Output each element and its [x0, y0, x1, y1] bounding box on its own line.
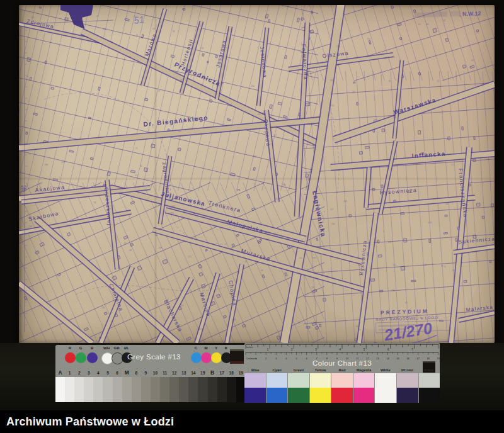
colour-patch-dark [375, 388, 397, 403]
calibration-dot-c [191, 352, 202, 363]
building-mark [123, 235, 128, 239]
building-mark [57, 273, 61, 276]
building-mark [265, 14, 268, 18]
dot-label: Y [215, 346, 217, 350]
building-mark [476, 203, 480, 206]
building-mark [210, 99, 212, 102]
svg-text:44: 44 [94, 201, 96, 204]
step-label: 10 [151, 368, 160, 377]
svg-text:40: 40 [173, 30, 175, 33]
grey-scale-title: Grey Scale #13 [127, 353, 181, 361]
svg-text:209: 209 [428, 222, 432, 224]
svg-text:94: 94 [358, 329, 361, 331]
building-mark [223, 315, 226, 318]
svg-text:202: 202 [331, 104, 335, 107]
grey-step [217, 377, 227, 402]
colour-patch-light [288, 373, 310, 388]
building-mark [231, 173, 236, 176]
svg-text:44: 44 [129, 56, 131, 59]
building-mark [369, 40, 371, 44]
building-mark [377, 240, 379, 243]
building-mark [401, 266, 404, 270]
calibration-dot-g [76, 352, 86, 363]
building-mark [90, 157, 93, 160]
colour-patch-dark [353, 388, 375, 403]
building-mark [283, 116, 286, 118]
svg-text:213: 213 [232, 318, 236, 321]
svg-text:105: 105 [103, 28, 106, 31]
step-label: 15 [198, 368, 207, 377]
svg-text:232: 232 [297, 216, 301, 219]
building-mark [455, 238, 457, 241]
building-mark [491, 204, 494, 207]
building-mark [237, 189, 240, 193]
building-mark [462, 127, 464, 130]
building-mark [104, 312, 107, 315]
building-mark [349, 215, 352, 217]
step-label: 1 [65, 368, 74, 377]
dot-label: G [79, 346, 83, 350]
colour-label: 3/Color [396, 368, 418, 372]
step-label: 11 [160, 368, 169, 377]
svg-text:175: 175 [451, 164, 455, 166]
svg-text:206: 206 [393, 116, 397, 119]
building-mark [445, 215, 447, 216]
colour-patch-light [375, 373, 397, 388]
svg-text:268: 268 [343, 200, 347, 203]
svg-text:7: 7 [446, 138, 447, 141]
svg-text:247: 247 [358, 264, 362, 267]
svg-text:23: 23 [445, 203, 448, 206]
svg-text:241: 241 [426, 23, 430, 26]
svg-text:88: 88 [129, 249, 132, 252]
svg-text:251: 251 [452, 269, 455, 272]
colour-patch-dark [266, 388, 289, 403]
colour-patch-dark [244, 388, 266, 403]
building-mark [84, 327, 88, 330]
archive-title: Archiwum Państwowe w Łodzi [0, 410, 504, 433]
colour-patch-light [310, 373, 332, 388]
colour-label: Yellow [309, 368, 331, 372]
grey-step [132, 377, 141, 402]
svg-text:269: 269 [253, 155, 257, 158]
building-mark [130, 170, 135, 173]
building-mark [353, 82, 355, 83]
calibration-dot-y [211, 352, 222, 363]
svg-text:7: 7 [411, 348, 413, 351]
svg-text:79: 79 [441, 265, 444, 267]
grey-step [198, 377, 207, 402]
svg-text:3: 3 [383, 230, 384, 233]
colour-patch-light [266, 373, 289, 388]
building-mark [163, 259, 168, 264]
edge-number: 52 [21, 184, 26, 190]
step-label: 5 [103, 368, 112, 377]
building-mark [183, 8, 185, 10]
grey-step [122, 377, 132, 402]
building-mark [258, 242, 261, 244]
dot-label: M [205, 346, 208, 350]
building-mark [51, 87, 54, 89]
svg-text:96: 96 [389, 80, 391, 82]
building-mark [285, 273, 287, 276]
building-mark [444, 232, 447, 234]
svg-text:3: 3 [315, 348, 317, 351]
svg-text:103: 103 [336, 45, 340, 48]
step-label: A [55, 368, 65, 377]
svg-text:182: 182 [330, 79, 334, 82]
building-mark [297, 18, 299, 22]
step-label: 17 [217, 368, 227, 377]
svg-text:61: 61 [405, 301, 408, 304]
building-mark [404, 239, 407, 242]
calibration-dot-m [201, 352, 212, 363]
dot-label: GR [114, 346, 120, 350]
archive-caption-bar: Archiwum Państwowe w Łodzi [0, 410, 504, 433]
colour-patch-dark [397, 388, 419, 403]
building-mark [144, 167, 148, 171]
grey-step [141, 377, 151, 402]
building-mark [39, 7, 41, 9]
building-mark [372, 188, 375, 191]
svg-text:100: 100 [257, 113, 261, 116]
building-mark [67, 232, 71, 236]
colour-patch-light [419, 373, 440, 388]
building-mark [171, 55, 175, 57]
svg-text:216: 216 [392, 264, 396, 266]
